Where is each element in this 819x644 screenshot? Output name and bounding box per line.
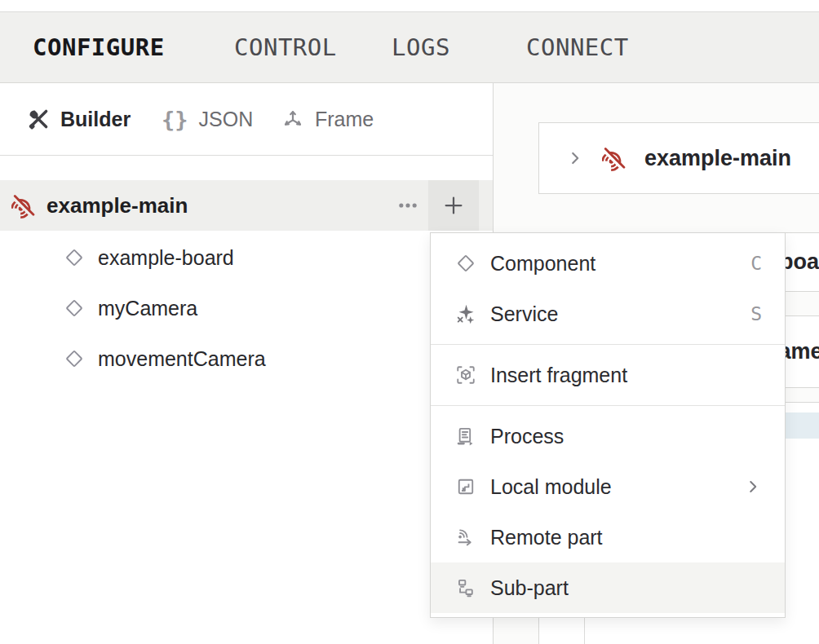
service-icon xyxy=(455,303,476,324)
chevron-right-icon xyxy=(744,478,762,496)
tools-icon xyxy=(27,108,50,130)
menu-item-label: Process xyxy=(490,425,564,448)
tree-item-label: example-board xyxy=(98,246,234,270)
menu-item-process[interactable]: Process xyxy=(431,411,785,461)
diamond-icon xyxy=(64,247,85,268)
tree-item-label: myCamera xyxy=(98,297,197,320)
shortcut-key: S xyxy=(750,303,762,324)
mode-frame-label: Frame xyxy=(315,108,374,131)
menu-item-label: Local module xyxy=(490,475,612,499)
menu-item-label: Service xyxy=(490,302,558,326)
remote-icon xyxy=(455,527,476,548)
plus-icon xyxy=(441,193,466,218)
mode-json[interactable]: {} JSON xyxy=(162,83,253,155)
add-resource-menu: Component C Service S Insert fragment xyxy=(430,232,786,618)
tab-configure[interactable]: CONFIGURE xyxy=(33,12,165,82)
tree-item-label: movementCamera xyxy=(98,347,266,371)
tab-connect[interactable]: CONNECT xyxy=(526,12,629,82)
menu-divider xyxy=(431,405,785,406)
menu-item-component[interactable]: Component C xyxy=(431,238,785,289)
braces-icon: {} xyxy=(162,107,188,132)
mode-frame[interactable]: Frame xyxy=(281,83,374,155)
diamond-icon xyxy=(64,298,85,319)
component-icon xyxy=(455,253,476,274)
tree-item-mycamera[interactable]: myCamera xyxy=(0,283,493,333)
fragment-icon xyxy=(455,364,476,386)
more-button[interactable] xyxy=(387,180,428,231)
plus-button[interactable] xyxy=(428,180,479,231)
offline-icon xyxy=(11,192,38,218)
chevron-right-icon[interactable] xyxy=(566,149,584,167)
menu-item-remote-part[interactable]: Remote part xyxy=(431,512,785,562)
part-header-card[interactable]: example-main xyxy=(538,122,819,194)
menu-item-label: Component xyxy=(490,252,595,276)
frame-axes-icon xyxy=(281,108,304,130)
resource-tree: example-board myCamera movementCamera xyxy=(0,232,493,384)
part-card-title: example-main xyxy=(644,146,791,171)
subpart-icon xyxy=(455,577,476,598)
module-icon xyxy=(455,476,476,497)
menu-item-insert-fragment[interactable]: Insert fragment xyxy=(431,350,785,400)
menu-item-sub-part[interactable]: Sub-part xyxy=(431,562,785,613)
window-top-strip xyxy=(0,0,819,12)
tree-item-example-board[interactable]: example-board xyxy=(0,232,493,283)
menu-item-label: Insert fragment xyxy=(490,364,627,387)
mode-json-label: JSON xyxy=(199,108,254,131)
menu-item-service[interactable]: Service S xyxy=(431,289,785,339)
shortcut-key: C xyxy=(750,253,762,274)
menu-item-local-module[interactable]: Local module xyxy=(431,461,785,512)
tab-control[interactable]: CONTROL xyxy=(234,12,337,82)
machine-name: example-main xyxy=(46,193,188,218)
diamond-icon xyxy=(64,348,85,369)
tree-item-movementcamera[interactable]: movementCamera xyxy=(0,333,493,384)
tab-logs[interactable]: LOGS xyxy=(392,12,450,82)
menu-item-label: Sub-part xyxy=(490,576,569,600)
mode-builder-label: Builder xyxy=(60,108,131,131)
config-sidebar: Builder {} JSON Frame xyxy=(0,83,494,644)
offline-icon xyxy=(602,145,628,171)
menu-item-label: Remote part xyxy=(490,526,603,549)
menu-divider xyxy=(431,344,785,345)
main-nav-bar: CONFIGURE CONTROL LOGS CONNECT xyxy=(0,12,819,83)
mode-builder[interactable]: Builder xyxy=(27,83,131,155)
view-mode-toolbar: Builder {} JSON Frame xyxy=(0,83,493,156)
process-icon xyxy=(455,426,476,447)
more-icon xyxy=(396,194,419,217)
machine-row-example-main[interactable]: example-main xyxy=(0,180,493,231)
